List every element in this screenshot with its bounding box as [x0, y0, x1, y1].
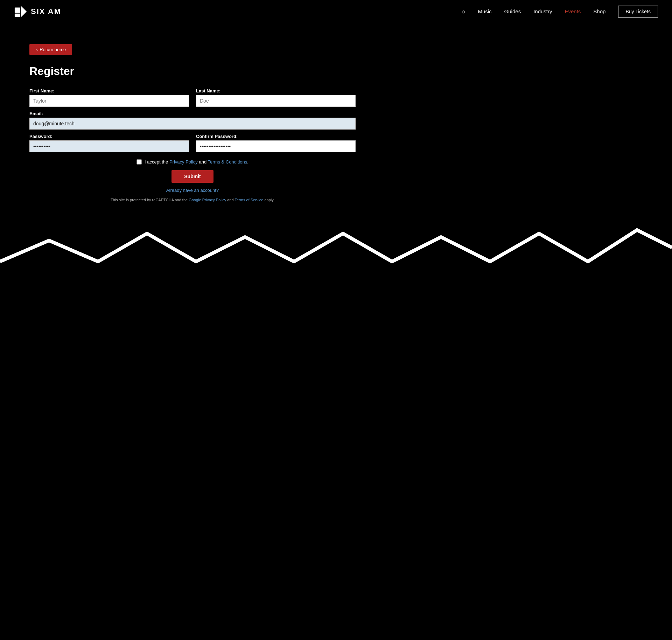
first-name-group: First Name:	[29, 85, 189, 107]
terms-prefix: I accept the	[145, 159, 169, 165]
nav-link-music[interactable]: Music	[478, 8, 491, 14]
nav-search[interactable]: ⌕	[462, 8, 465, 15]
recaptcha-prefix: This site is protected by reCAPTCHA and …	[111, 198, 189, 202]
nav-links: ⌕ Music Guides Industry Events Shop Buy …	[462, 6, 658, 18]
main-nav: SIX AM ⌕ Music Guides Industry Events Sh…	[0, 0, 672, 23]
password-row: Password: Confirm Password:	[29, 130, 356, 152]
nav-item-buy-tickets[interactable]: Buy Tickets	[618, 6, 658, 18]
buy-tickets-button[interactable]: Buy Tickets	[618, 6, 658, 18]
first-name-input[interactable]	[29, 95, 189, 107]
nav-link-shop[interactable]: Shop	[593, 8, 606, 14]
first-name-label: First Name:	[29, 85, 189, 93]
recaptcha-and: and	[226, 198, 234, 202]
last-name-input[interactable]	[196, 95, 356, 107]
password-group: Password:	[29, 130, 189, 152]
and-text: and	[198, 159, 208, 165]
email-input[interactable]	[29, 118, 356, 130]
terms-suffix: .	[247, 159, 248, 165]
nav-link-industry[interactable]: Industry	[533, 8, 552, 14]
password-label: Password:	[29, 130, 189, 139]
last-name-group: Last Name:	[196, 85, 356, 107]
nav-item-guides[interactable]: Guides	[504, 8, 521, 15]
terms-conditions-link[interactable]: Terms & Conditions	[208, 159, 247, 165]
terms-of-service-link[interactable]: Terms of Service	[234, 198, 263, 202]
return-home-button[interactable]: < Return home	[29, 44, 72, 55]
privacy-policy-link[interactable]: Privacy Policy	[169, 159, 198, 165]
nav-item-music[interactable]: Music	[478, 8, 491, 15]
recaptcha-notice: This site is protected by reCAPTCHA and …	[29, 198, 356, 202]
google-privacy-link[interactable]: Google Privacy Policy	[189, 198, 226, 202]
nav-item-events[interactable]: Events	[565, 8, 581, 15]
logo[interactable]: SIX AM	[14, 5, 61, 18]
zigzag-decoration	[0, 227, 672, 284]
recaptcha-suffix: apply.	[263, 198, 274, 202]
svg-marker-1	[21, 5, 27, 17]
confirm-password-label: Confirm Password:	[196, 130, 356, 139]
nav-item-shop[interactable]: Shop	[593, 8, 606, 15]
terms-checkbox[interactable]	[136, 159, 142, 165]
email-group: Email:	[29, 107, 356, 130]
search-icon[interactable]: ⌕	[462, 8, 465, 15]
register-form: First Name: Last Name: Email: Password: …	[29, 85, 356, 202]
terms-label[interactable]: I accept the Privacy Policy and Terms & …	[145, 159, 248, 165]
password-input[interactable]	[29, 140, 189, 152]
confirm-password-input[interactable]	[196, 140, 356, 152]
email-label: Email:	[29, 107, 356, 116]
last-name-label: Last Name:	[196, 85, 356, 93]
svg-rect-2	[15, 13, 20, 17]
zigzag-svg	[0, 227, 672, 283]
submit-button[interactable]: Submit	[172, 170, 213, 183]
brand-name: SIX AM	[31, 7, 61, 16]
name-row: First Name: Last Name:	[29, 85, 356, 107]
nav-link-events[interactable]: Events	[565, 8, 581, 14]
nav-link-guides[interactable]: Guides	[504, 8, 521, 14]
confirm-password-group: Confirm Password:	[196, 130, 356, 152]
nav-item-industry[interactable]: Industry	[533, 8, 552, 15]
already-account-row: Already have an account?	[29, 188, 356, 193]
terms-checkbox-row: I accept the Privacy Policy and Terms & …	[29, 159, 356, 165]
page-title: Register	[29, 65, 356, 78]
svg-rect-0	[15, 7, 20, 13]
already-account-link[interactable]: Already have an account?	[166, 188, 219, 193]
logo-icon	[14, 5, 27, 18]
main-content: < Return home Register First Name: Last …	[0, 23, 385, 216]
